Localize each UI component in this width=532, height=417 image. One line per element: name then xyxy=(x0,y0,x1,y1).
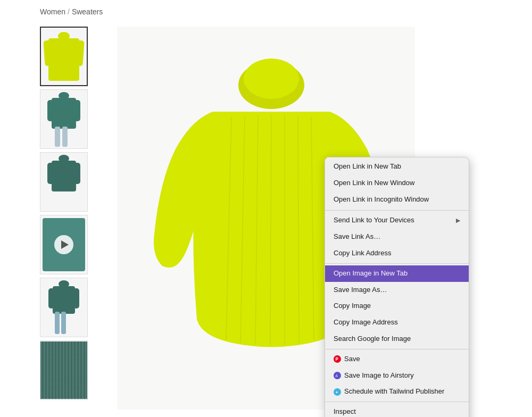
pinterest-icon: P xyxy=(334,355,341,363)
svg-rect-8 xyxy=(55,127,60,147)
svg-rect-11 xyxy=(52,161,76,191)
thumb-sweater-yellow-svg xyxy=(43,30,85,83)
thumbnail-1[interactable] xyxy=(40,27,88,86)
svg-rect-18 xyxy=(55,312,60,334)
menu-item-save-link-as[interactable]: Save Link As… xyxy=(325,229,469,245)
svg-rect-7 xyxy=(74,100,80,121)
menu-item-open-link-incognito[interactable]: Open Link in Incognito Window xyxy=(325,191,469,208)
thumb-teal-2-svg xyxy=(45,153,82,211)
menu-item-copy-image-address[interactable]: Copy Image Address xyxy=(325,314,469,331)
context-menu-divider-4 xyxy=(325,402,469,402)
breadcrumb-women[interactable]: Women xyxy=(40,7,65,16)
svg-rect-16 xyxy=(48,288,54,308)
menu-item-send-link-devices[interactable]: Send Link to Your Devices ▶ xyxy=(325,212,469,229)
svg-rect-12 xyxy=(47,163,54,184)
context-menu: Open Link in New Tab Open Link in New Wi… xyxy=(325,157,469,417)
svg-rect-15 xyxy=(53,286,75,314)
breadcrumb: Women / Sweaters xyxy=(40,7,103,16)
thumbnail-3[interactable] xyxy=(40,152,88,212)
context-menu-divider-3 xyxy=(325,349,469,349)
airstory-icon: A xyxy=(334,372,341,379)
play-button[interactable] xyxy=(54,235,73,254)
svg-rect-6 xyxy=(47,100,54,121)
breadcrumb-sweaters[interactable]: Sweaters xyxy=(72,7,103,16)
menu-item-copy-image[interactable]: Copy Image xyxy=(325,298,469,314)
svg-rect-9 xyxy=(62,127,68,147)
video-thumb-bg xyxy=(43,218,85,271)
submenu-arrow: ▶ xyxy=(456,216,460,226)
thumbnail-list xyxy=(40,27,88,400)
svg-rect-1 xyxy=(48,38,79,81)
play-icon xyxy=(61,240,69,249)
menu-item-open-link-new-tab[interactable]: Open Link in New Tab xyxy=(325,159,469,175)
thumb-teal-3-svg xyxy=(45,279,82,336)
menu-item-inspect[interactable]: Inspect xyxy=(325,404,469,417)
context-menu-group-links: Open Link in New Tab Open Link in New Wi… xyxy=(325,157,469,208)
thumb-teal-full-svg xyxy=(45,90,82,148)
context-menu-divider-2 xyxy=(325,263,469,264)
svg-point-21 xyxy=(244,59,299,99)
menu-item-tailwind-schedule[interactable]: ✦ Schedule with Tailwind Publisher xyxy=(325,383,469,400)
svg-text:A: A xyxy=(336,374,338,378)
svg-rect-5 xyxy=(52,98,76,129)
svg-text:P: P xyxy=(336,357,339,362)
svg-rect-13 xyxy=(74,163,80,184)
menu-item-save-image-as[interactable]: Save Image As… xyxy=(325,282,469,298)
menu-item-open-image-new-tab[interactable]: Open Image in New Tab xyxy=(325,265,469,282)
menu-item-open-link-new-window[interactable]: Open Link in New Window xyxy=(325,175,469,191)
context-menu-divider-1 xyxy=(325,210,469,211)
menu-item-pinterest-save[interactable]: P Save xyxy=(325,351,469,368)
thumbnail-2[interactable] xyxy=(40,89,88,149)
thumbnail-5[interactable] xyxy=(40,278,88,337)
menu-item-copy-link-address[interactable]: Copy Link Address xyxy=(325,245,469,262)
tailwind-icon: ✦ xyxy=(334,388,341,396)
svg-text:✦: ✦ xyxy=(335,390,338,394)
svg-rect-17 xyxy=(73,288,79,308)
menu-item-search-google-image[interactable]: Search Google for Image xyxy=(325,331,469,347)
menu-item-airstory-save[interactable]: A Save Image to Airstory xyxy=(325,368,469,384)
breadcrumb-separator: / xyxy=(68,7,70,16)
thumbnail-4-video[interactable] xyxy=(40,215,88,274)
thumbnail-6[interactable] xyxy=(40,340,88,400)
svg-rect-19 xyxy=(61,312,66,334)
